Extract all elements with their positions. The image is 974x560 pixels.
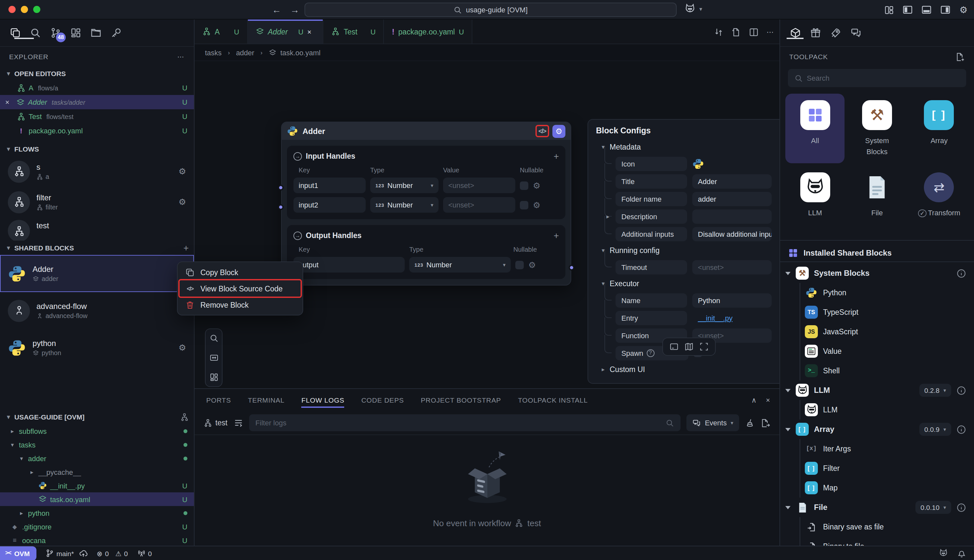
info-icon[interactable]: [956, 502, 966, 512]
node-header[interactable]: Adder </> ⚙: [282, 122, 570, 140]
version-select[interactable]: 0.0.10▾: [916, 501, 951, 514]
tab-flow-logs[interactable]: FLOW LOGS: [302, 389, 345, 411]
breadcrumb-item[interactable]: adder: [236, 48, 254, 56]
tree-item[interactable]: ◆ .gitignore U: [0, 520, 194, 533]
filter-logs-input[interactable]: Filter logs: [249, 414, 681, 431]
nullable-checkbox[interactable]: [515, 260, 524, 269]
fit-view-icon[interactable]: [209, 353, 218, 362]
log-flow-selector[interactable]: test: [203, 418, 227, 427]
tab-terminal[interactable]: TERMINAL: [248, 389, 285, 411]
additional-inputs-value[interactable]: Disallow additional inputs: [692, 227, 772, 241]
running-config-section-header[interactable]: ▾ Running config: [596, 243, 772, 258]
flows-header[interactable]: ▾ FLOWS: [0, 142, 194, 156]
category-file[interactable]: File: [847, 166, 907, 231]
settings-gear-button[interactable]: ⚙: [959, 5, 967, 15]
block-iter-args[interactable]: [x] Iter Args: [780, 439, 974, 458]
input-handle-dot[interactable]: [278, 185, 284, 190]
auto-layout-icon[interactable]: [209, 373, 218, 382]
assistant-menu[interactable]: ▾: [684, 3, 704, 14]
block-filter[interactable]: [ ] Filter: [780, 458, 974, 478]
input-handle-dot[interactable]: [278, 204, 284, 210]
nullable-checkbox[interactable]: [520, 181, 528, 190]
open-editor-item[interactable]: ! package.oo.yaml U: [0, 123, 194, 138]
close-icon[interactable]: ×: [5, 98, 13, 106]
block-value[interactable]: Value: [780, 342, 974, 361]
close-icon[interactable]: ×: [307, 28, 315, 35]
version-select[interactable]: 0.0.9▾: [919, 423, 951, 436]
group-array[interactable]: [ ] Array 0.0.9▾: [780, 420, 974, 439]
block-llm[interactable]: LLM: [780, 400, 974, 420]
tree-item[interactable]: ▸ python: [0, 506, 194, 520]
name-field-value[interactable]: Python: [692, 293, 772, 307]
open-editors-header[interactable]: ▾ OPEN EDITORS: [0, 66, 194, 81]
tab-adder-active[interactable]: Adder U ×: [248, 20, 324, 43]
new-toolpack-icon[interactable]: [955, 52, 965, 62]
add-output-button[interactable]: +: [554, 230, 559, 241]
rocket-icon[interactable]: [830, 27, 841, 39]
gift-icon[interactable]: [809, 27, 821, 39]
toggle-sidebar-button[interactable]: [903, 5, 913, 15]
category-array[interactable]: [ ] Array: [909, 94, 969, 163]
category-llm[interactable]: LLM: [785, 166, 845, 231]
tab-test[interactable]: Test U: [324, 20, 384, 43]
open-editor-item-active[interactable]: × Adder tasks/adder U: [0, 95, 194, 109]
metadata-section-header[interactable]: ▾ Metadata: [596, 139, 772, 155]
tree-item[interactable]: ▾ tasks: [0, 438, 194, 452]
shared-block-item-selected[interactable]: Adder adder ⚙: [0, 255, 194, 292]
tree-item[interactable]: ▸ subflows: [0, 424, 194, 438]
tab-project-bootstrap[interactable]: PROJECT BOOTSTRAP: [421, 389, 501, 411]
flow-list-item[interactable]: s a ⚙: [0, 156, 194, 187]
events-filter-select[interactable]: Events ▾: [687, 414, 739, 431]
breadcrumb-item[interactable]: task.oo.yaml: [280, 48, 321, 56]
block-typescript[interactable]: TS TypeScript: [780, 302, 974, 322]
group-file[interactable]: File 0.0.10▾: [780, 498, 974, 517]
source-control-icon[interactable]: 48: [50, 27, 61, 39]
tree-item[interactable]: __init__.py U: [0, 479, 194, 492]
open-changes-icon[interactable]: [731, 27, 741, 37]
view-source-code-icon-highlighted[interactable]: </>: [537, 126, 548, 136]
tree-item[interactable]: ▸ __pycache__: [0, 465, 194, 479]
output-handle-dot[interactable]: [569, 265, 574, 270]
category-system-blocks[interactable]: ⚒ System Blocks: [847, 94, 907, 163]
open-editor-item[interactable]: Test flows/test U: [0, 109, 194, 123]
gear-icon[interactable]: ⚙: [178, 167, 186, 176]
key-icon[interactable]: [110, 27, 122, 39]
toggle-secondary-sidebar-button[interactable]: [941, 5, 951, 15]
problems-indicator[interactable]: ⊗ 0 ⚠ 0: [97, 549, 128, 557]
zoom-window-button[interactable]: [33, 6, 40, 13]
explorer-more-button[interactable]: ⋯: [177, 53, 185, 60]
shared-block-item[interactable]: advanced-flow advanced-flow: [0, 292, 194, 329]
value-input[interactable]: <unset>: [443, 178, 515, 193]
type-select[interactable]: 123 Number ▾: [409, 257, 511, 273]
assistant-animal-icon[interactable]: [939, 548, 948, 558]
python-icon[interactable]: [692, 158, 704, 170]
block-shell[interactable]: >_ Shell: [780, 361, 974, 380]
block-python[interactable]: Python: [780, 283, 974, 302]
flow-list-item[interactable]: filter filter ⚙: [0, 187, 194, 217]
menu-item-view-block-source-code[interactable]: </> View Block Source Code: [180, 280, 300, 297]
type-select[interactable]: 123 Number ▾: [370, 197, 439, 213]
custom-ui-section-header[interactable]: ▸ Custom UI: [596, 362, 772, 377]
block-binary-to-file[interactable]: Binary to file: [780, 537, 974, 546]
remote-indicator[interactable]: >< OVM: [0, 546, 36, 560]
toggle-panel-button[interactable]: [922, 5, 932, 15]
open-editor-item[interactable]: A flows/a U: [0, 81, 194, 95]
type-select[interactable]: 123 Number ▾: [370, 178, 439, 193]
minimize-window-button[interactable]: [21, 6, 28, 13]
split-editor-icon[interactable]: [749, 27, 759, 37]
flow-icon[interactable]: [180, 413, 189, 421]
node-settings-button[interactable]: ⚙: [552, 125, 565, 138]
timeout-field-value[interactable]: <unset>: [692, 260, 772, 274]
gear-icon[interactable]: ⚙: [528, 260, 536, 270]
key-input[interactable]: input1: [294, 178, 366, 193]
menu-item-copy-block[interactable]: Copy Block: [180, 264, 300, 280]
shared-block-item[interactable]: python python ⚙: [0, 329, 194, 366]
add-input-button[interactable]: +: [554, 151, 559, 161]
notifications-bell-icon[interactable]: [957, 548, 966, 558]
gear-icon[interactable]: ⚙: [178, 197, 186, 207]
clear-logs-icon[interactable]: [745, 418, 755, 428]
menu-item-remove-block[interactable]: Remove Block: [180, 297, 300, 313]
tree-item[interactable]: ≡ oocana U: [0, 533, 194, 546]
tab-ports[interactable]: PORTS: [206, 389, 231, 411]
compare-changes-icon[interactable]: [714, 27, 724, 37]
